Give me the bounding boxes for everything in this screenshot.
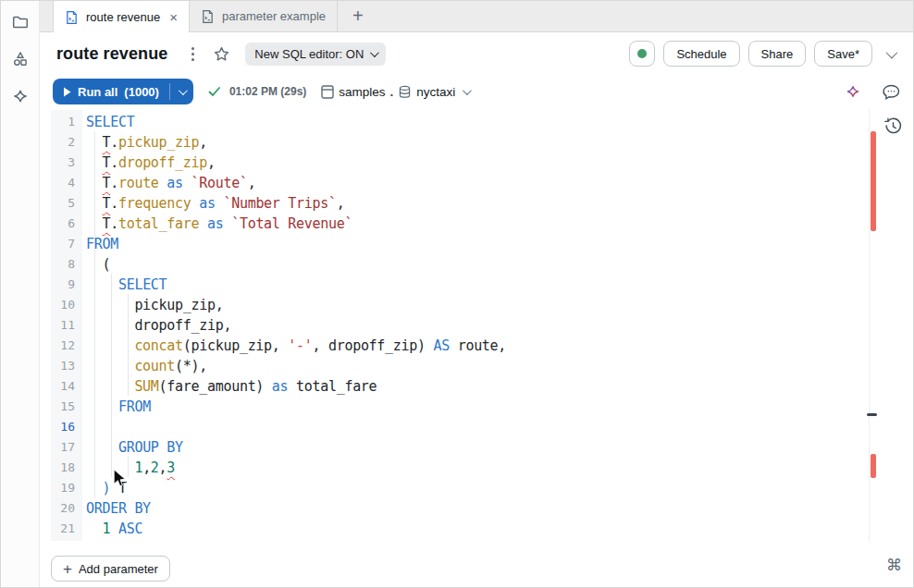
catalog-name: samples — [339, 85, 385, 99]
favorite-star-icon[interactable] — [213, 45, 230, 63]
schedule-button[interactable]: Schedule — [663, 41, 739, 67]
share-button[interactable]: Share — [748, 41, 807, 67]
code-line[interactable]: SELECT — [86, 112, 134, 132]
sparkle-nav-icon[interactable] — [10, 86, 31, 106]
tab-bar: route revenue × parameter example + — [40, 1, 913, 32]
header-actions: Schedule Share Save* — [629, 41, 900, 67]
code-line[interactable]: FROM — [86, 234, 118, 254]
catalog-icon — [321, 85, 334, 99]
run-options-chevron[interactable] — [170, 79, 193, 104]
line-number: 3 — [51, 153, 82, 173]
assistant-sparkle-icon[interactable] — [845, 83, 861, 100]
run-row-count: (1000) — [124, 85, 159, 99]
code-line[interactable]: ORDER BY — [86, 498, 151, 519]
line-number: 19 — [51, 478, 82, 498]
line-number: 1 — [51, 112, 82, 132]
error-range-marker — [871, 131, 876, 231]
add-parameter-button[interactable]: + Add parameter — [51, 556, 170, 582]
code-line[interactable]: SELECT — [86, 275, 167, 295]
last-run-time: 01:02 PM (29s) — [229, 85, 306, 98]
sql-editor-window: route revenue × parameter example + rout… — [0, 0, 914, 588]
sql-file-icon — [65, 10, 79, 25]
code-line[interactable]: SUM(fare_amount) as total_fare — [86, 376, 377, 397]
line-number: 5 — [51, 193, 82, 214]
comments-icon[interactable] — [882, 82, 901, 102]
line-number: 9 — [51, 275, 82, 295]
workspace-shapes-icon[interactable] — [10, 49, 31, 69]
query-title[interactable]: route revenue — [56, 44, 167, 64]
line-number: 8 — [51, 254, 82, 275]
line-number: 11 — [51, 315, 82, 336]
tab-label: parameter example — [222, 9, 326, 23]
code-line[interactable]: GROUP BY — [86, 437, 183, 458]
tab-label: route revenue — [86, 10, 160, 24]
line-number: 13 — [51, 356, 82, 376]
run-label: Run all — [78, 85, 117, 99]
code-line[interactable]: concat(pickup_zip, '-', dropoff_zip) AS … — [86, 336, 506, 356]
line-number: 17 — [51, 437, 82, 458]
line-number: 15 — [51, 397, 82, 417]
sql-file-icon — [201, 9, 215, 24]
cursor-position-marker — [867, 413, 877, 416]
query-header: route revenue New SQL editor: ON Schedul… — [40, 32, 913, 75]
chevron-down-icon — [370, 48, 379, 57]
code-line[interactable]: count(*), — [86, 356, 207, 376]
close-tab-icon[interactable]: × — [169, 10, 178, 24]
code-line[interactable]: pickup_zip, — [86, 295, 223, 315]
line-number: 14 — [51, 376, 82, 397]
command-key-icon: ⌘ — [886, 556, 902, 575]
line-number: 10 — [51, 295, 82, 315]
line-number: 2 — [51, 132, 82, 153]
line-number: 4 — [51, 173, 82, 193]
save-button[interactable]: Save* — [814, 41, 872, 67]
line-number: 18 — [51, 458, 82, 478]
line-number: 16 — [51, 417, 82, 437]
line-number: 20 — [51, 498, 82, 519]
folder-icon[interactable] — [10, 12, 31, 32]
success-check-icon — [207, 84, 222, 99]
plus-icon: + — [63, 561, 72, 577]
database-icon — [398, 85, 412, 99]
code-line[interactable]: FROM — [86, 397, 151, 417]
code-line[interactable]: T.route as `Route`, — [86, 173, 255, 193]
line-number: 6 — [51, 214, 82, 234]
version-history-icon[interactable] — [883, 116, 903, 140]
code-editor[interactable]: 123456789101112131415161718192021 SELECT… — [40, 108, 913, 587]
kebab-menu-icon[interactable] — [188, 43, 198, 65]
green-status-dot — [637, 49, 647, 58]
code-line[interactable]: ) T — [86, 478, 127, 498]
code-line[interactable]: T.frequency as `Number Trips`, — [86, 193, 344, 214]
code-line[interactable]: ( — [86, 254, 110, 275]
error-range-marker — [871, 454, 876, 478]
run-all-button[interactable]: Run all (1000) — [53, 79, 193, 104]
play-icon — [63, 87, 71, 97]
code-line[interactable]: 1 ASC — [86, 519, 142, 539]
add-parameter-label: Add parameter — [79, 562, 158, 576]
tab-parameter-example[interactable]: parameter example — [190, 1, 338, 31]
code-line[interactable]: T.pickup_zip, — [86, 132, 207, 153]
new-tab-button[interactable]: + — [338, 1, 378, 31]
connection-status-button[interactable] — [629, 41, 655, 67]
line-number: 12 — [51, 336, 82, 356]
more-actions-chevron[interactable] — [881, 46, 900, 62]
schema-name: nyctaxi — [416, 85, 455, 99]
chevron-down-icon — [463, 86, 472, 95]
new-sql-editor-toggle[interactable]: New SQL editor: ON — [245, 43, 386, 66]
line-number: 21 — [51, 519, 82, 539]
run-toolbar: Run all (1000) 01:02 PM (29s) samples . — [40, 75, 913, 108]
line-number-gutter: 123456789101112131415161718192021 — [51, 110, 82, 541]
code-line[interactable]: 1,2,3 — [86, 458, 175, 478]
code-line[interactable]: T.total_fare as `Total Revenue` — [86, 214, 352, 234]
code-line[interactable]: T.dropoff_zip, — [86, 153, 216, 173]
catalog-separator: . — [390, 85, 394, 99]
code-line[interactable]: dropoff_zip, — [86, 315, 231, 336]
toggle-label: New SQL editor: ON — [254, 47, 364, 61]
overview-ruler — [869, 109, 870, 542]
catalog-schema-selector[interactable]: samples . nyctaxi — [321, 85, 469, 99]
left-sidebar — [1, 1, 40, 588]
line-number: 7 — [51, 234, 82, 254]
tab-route-revenue[interactable]: route revenue × — [53, 1, 190, 33]
